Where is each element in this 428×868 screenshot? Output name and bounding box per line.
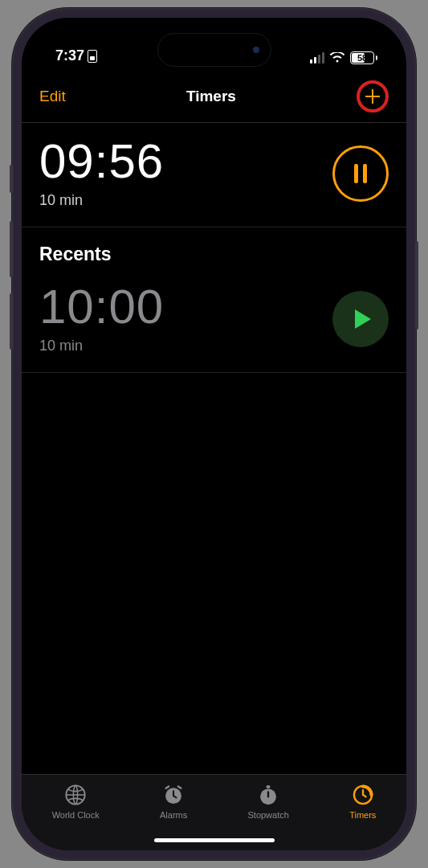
nav-header: Edit Timers: [22, 69, 406, 123]
pause-button[interactable]: [332, 145, 389, 202]
tab-label: Stopwatch: [247, 810, 288, 820]
plus-icon: [363, 87, 382, 106]
screen: 7:37 58 Edit: [22, 18, 406, 850]
svg-rect-3: [267, 785, 271, 788]
active-timer-label: 10 min: [39, 192, 164, 209]
play-icon: [355, 309, 371, 329]
cellular-signal-icon: [310, 52, 324, 63]
power-button: [415, 241, 418, 330]
stopwatch-icon: [256, 783, 280, 807]
tab-stopwatch[interactable]: Stopwatch: [247, 783, 288, 820]
globe-icon: [63, 783, 88, 807]
tab-timers[interactable]: Timers: [349, 783, 376, 820]
status-time: 7:37: [55, 47, 84, 64]
tab-world-clock[interactable]: World Clock: [52, 783, 100, 820]
active-timer-row[interactable]: 09:56 10 min: [22, 123, 406, 227]
recent-timer-time: 10:00: [39, 283, 164, 331]
page-title: Timers: [186, 88, 236, 105]
tab-label: Alarms: [160, 810, 187, 820]
tab-alarms[interactable]: Alarms: [160, 783, 187, 820]
phone-frame: 7:37 58 Edit: [12, 8, 416, 860]
content-area: 09:56 10 min Recents 10:00 10 min: [22, 123, 406, 774]
mute-switch: [10, 165, 13, 193]
tab-label: Timers: [349, 810, 376, 820]
add-timer-button[interactable]: [363, 87, 382, 106]
add-button-annotation: [357, 80, 389, 113]
volume-up-button: [10, 221, 13, 277]
home-indicator[interactable]: [154, 838, 275, 842]
recent-timer-row[interactable]: 10:00 10 min: [22, 268, 406, 373]
orientation-lock-icon: [88, 50, 97, 63]
dynamic-island: [158, 34, 271, 66]
pause-icon: [354, 164, 367, 183]
recent-timer-label: 10 min: [39, 338, 164, 354]
wifi-icon: [329, 52, 345, 63]
active-timer-time: 09:56: [39, 137, 164, 186]
edit-button[interactable]: Edit: [39, 88, 66, 105]
volume-down-button: [10, 293, 13, 350]
battery-indicator: 58: [350, 51, 377, 64]
battery-percent: 58: [357, 53, 367, 63]
camera-dot: [253, 47, 259, 53]
recents-section-title: Recents: [22, 227, 406, 268]
tab-label: World Clock: [52, 810, 100, 820]
start-recent-button[interactable]: [332, 291, 389, 347]
recent-timer-info: 10:00 10 min: [39, 283, 164, 354]
active-timer-info: 09:56 10 min: [39, 137, 164, 209]
alarm-icon: [161, 783, 185, 807]
timer-icon: [351, 783, 375, 807]
status-left: 7:37: [55, 47, 97, 64]
status-right: 58: [310, 51, 377, 64]
